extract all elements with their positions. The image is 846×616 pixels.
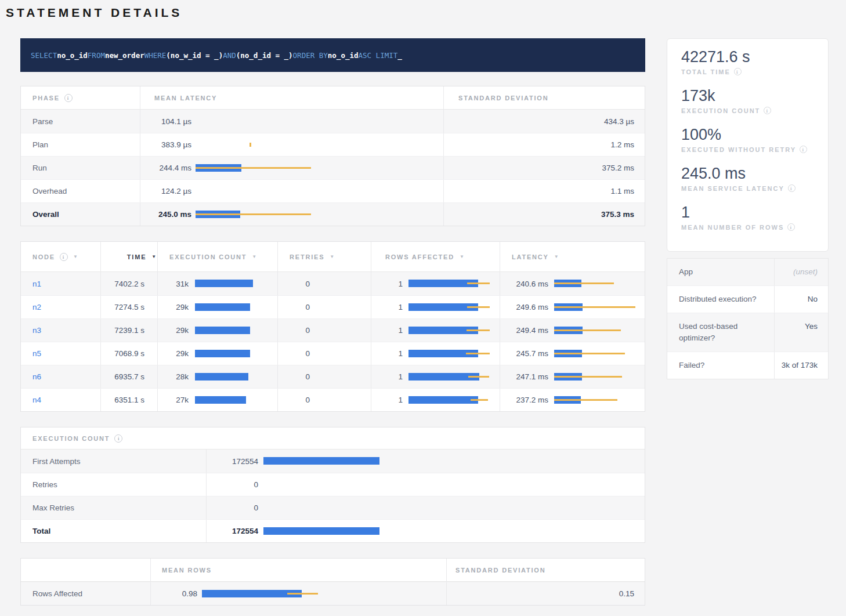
col-header-label: NODE [32,253,55,260]
execution-count-cell: 29k [157,296,277,318]
execution-count-value: 172554 [218,457,258,466]
main-column: SELECT no_o_id FROM new_order WHERE (no_… [20,38,645,606]
sql-token: WHERE [144,51,167,60]
node-link[interactable]: n1 [32,280,41,288]
phase-label: Run [21,157,140,179]
col-header-rows-affected[interactable]: ROWS AFFECTED▼ [371,242,500,271]
execution-count-row: Max Retries0 [21,496,645,519]
mean-latency-cell: 245.0 ms [140,203,443,226]
mean-latency-value: 124.2 µs [154,187,191,195]
page-title: STATEMENT DETAILS [6,6,846,20]
detail-row: App(unset) [667,259,828,285]
execution-count-row-label: Total [21,520,206,542]
statement-details-panel: App(unset)Distributed execution?NoUsed c… [667,258,829,379]
retries-cell: 0 [277,319,371,342]
execution-count-row: Total172554 [21,519,645,542]
stddev-value: 0.15 [446,582,646,605]
time-value: 7239.1 s [100,319,157,342]
sort-icon: ▼ [151,254,157,259]
col-header-retries[interactable]: RETRIES▼ [277,242,371,271]
summary-metric-label-text: TOTAL TIME [681,68,731,75]
execution-count-value: 0 [218,503,258,512]
info-icon[interactable]: i [734,68,742,75]
stddev-whisker [196,213,311,215]
info-icon[interactable]: i [788,184,796,192]
summary-metric-label-text: MEAN NUMBER OF ROWS [681,224,784,231]
execution-count-row-label: Retries [21,473,206,496]
retries-value: 0 [290,396,310,404]
summary-metric-label: TOTAL TIMEi [681,68,814,75]
rows-affected-value: 1 [385,303,403,311]
rows-affected-row-label: Rows Affected [21,582,150,605]
execution-count-table-header: EXECUTION COUNT i [21,427,645,450]
info-icon[interactable]: i [114,434,122,443]
node-link[interactable]: n3 [32,326,41,335]
info-icon[interactable]: i [800,146,807,153]
latency-value: 247.1 ms [512,372,548,381]
stddev-value: 1.2 ms [443,133,646,156]
summary-metric-value: 245.0 ms [681,164,814,183]
node-row: n17402.2 s31k01240.6 ms [21,272,645,295]
col-header-time[interactable]: TIME▼ [100,242,157,271]
rows-affected-value: 1 [385,280,403,288]
node-link[interactable]: n4 [32,396,41,404]
execution-count-cell: 31k [157,272,277,295]
info-icon[interactable]: i [60,253,68,261]
node-cell: n3 [21,319,100,342]
mean-latency-cell: 104.1 µs [140,110,443,133]
node-row: n46351.1 s27k01237.2 ms [21,388,645,411]
col-header-execution-count[interactable]: EXECUTION COUNT▼ [157,242,277,271]
execution-count-value: 31k [169,280,189,288]
execution-count-bar [263,481,646,489]
mean-latency-value: 383.9 µs [154,140,191,149]
stddev-whisker [554,376,622,378]
phase-latency-table: PHASEi MEAN LATENCY STANDARD DEVIATION P… [20,86,645,226]
time-value: 6351.1 s [100,389,157,411]
side-column: 42271.6 sTOTAL TIMEi173kEXECUTION COUNTi… [667,38,829,606]
rows-affected-bar [408,303,500,311]
detail-row-label: App [667,259,774,285]
summary-metric-value: 100% [681,125,814,144]
detail-row-label: Failed? [667,352,774,379]
info-icon[interactable]: i [64,94,73,102]
detail-row: Failed?3k of 173k [667,352,828,379]
stddev-value: 375.3 ms [443,203,646,226]
sql-token: ORDER BY [293,51,328,60]
info-icon[interactable]: i [764,107,771,114]
mean-latency-bar [196,117,443,125]
stddev-whisker [287,593,318,595]
info-icon[interactable]: i [787,223,795,231]
latency-value: 237.2 ms [512,396,548,404]
page-layout: SELECT no_o_id FROM new_order WHERE (no_… [0,38,846,606]
stddev-whisker [468,376,489,378]
phase-column-header: PHASEi [21,86,140,109]
node-cell: n1 [21,272,100,295]
summary-metric-label-text: EXECUTION COUNT [681,107,760,114]
phase-row: Overall245.0 ms375.3 ms [21,202,645,226]
execution-count-value-cell: 172554 [206,450,646,473]
mean-bar [195,280,253,287]
rows-affected-cell: 1 [371,272,500,295]
detail-row-label: Distributed execution? [667,286,774,313]
node-link[interactable]: n6 [32,372,41,381]
summary-metric: 173kEXECUTION COUNTi [681,86,814,114]
execution-count-row: Retries0 [21,473,645,496]
col-header-label: EXECUTION COUNT [169,253,247,260]
stddev-whisker [467,329,490,331]
col-header-latency[interactable]: LATENCY▼ [500,242,646,271]
execution-count-row: First Attempts172554 [21,450,645,473]
latency-cell: 240.6 ms [500,272,646,295]
execution-count-value: 172554 [218,527,258,535]
mean-latency-cell: 124.2 µs [140,180,443,202]
col-header-node[interactable]: NODEi▼ [21,242,100,271]
node-link[interactable]: n5 [32,349,41,358]
latency-bar [554,350,646,358]
mean-rows-bar [202,590,446,598]
sort-icon: ▼ [73,254,79,259]
node-link[interactable]: n2 [32,303,41,311]
stddev-whisker [554,353,625,354]
execution-count-value: 28k [169,372,189,381]
execution-count-bar [195,373,277,381]
sql-token: SELECT [31,51,57,60]
phase-row: Plan383.9 µs1.2 ms [21,133,645,156]
